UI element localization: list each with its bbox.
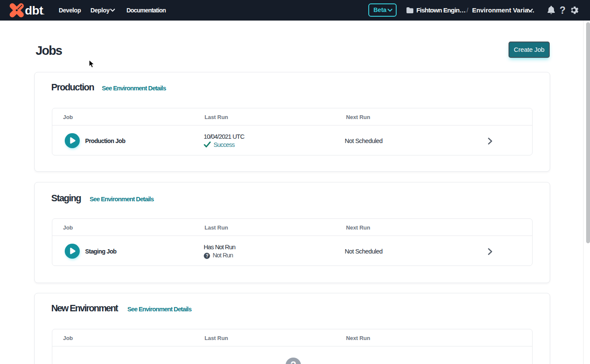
svg-text:?: ? <box>206 253 208 258</box>
